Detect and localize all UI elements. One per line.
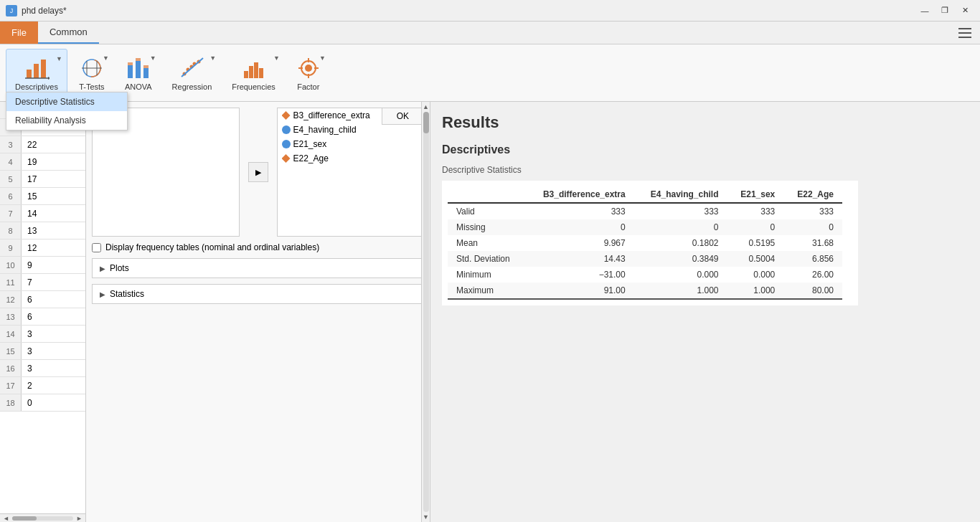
cell-e22-valid: 333 — [783, 203, 842, 219]
cell-e21-min: 0.000 — [727, 267, 783, 283]
cell-e21-missing: 0 — [727, 219, 783, 235]
data-panel: 2 29 3 22 4 19 5 17 6 15 7 14 — [0, 102, 86, 522]
toolbar-regression[interactable]: Regression ▼ — [164, 49, 221, 98]
list-item: 10 9 — [0, 257, 85, 274]
scroll-left-arrow[interactable]: ◄ — [3, 515, 9, 522]
factor-icon — [296, 55, 321, 81]
ttests-label: T-Tests — [79, 82, 104, 91]
col-header-e21: E21_sex — [727, 186, 783, 203]
frequency-tables-label[interactable]: Display frequency tables (nominal and or… — [105, 242, 319, 252]
ordinal-icon-e21 — [282, 140, 291, 148]
regression-icon — [179, 55, 204, 81]
toolbar-descriptives[interactable]: Descriptives ▼ — [6, 49, 67, 98]
svg-rect-16 — [128, 62, 133, 65]
cell-b3-min: −31.00 — [525, 267, 634, 283]
frequencies-dropdown-arrow: ▼ — [273, 54, 280, 62]
descriptives-dropdown-menu: Descriptive Statistics Reliability Analy… — [6, 92, 128, 130]
list-item: 4 19 — [0, 153, 85, 171]
col-header-label — [448, 186, 525, 203]
table-header-row: B3_difference_extra E4_having_child E21_… — [448, 186, 842, 203]
close-button[interactable]: ✕ — [956, 4, 974, 18]
var-item-e4[interactable]: E4_having_child — [278, 123, 424, 137]
toolbar-frequencies[interactable]: Frequencies ▼ — [223, 49, 284, 98]
statistics-label: Statistics — [110, 289, 144, 299]
cell-e4-valid: 333 — [634, 203, 727, 219]
hamburger-icon[interactable] — [950, 22, 980, 44]
svg-rect-17 — [136, 58, 141, 61]
scroll-thumb-v — [423, 112, 429, 133]
cell-b3-mean: 9.967 — [525, 235, 634, 251]
file-menu[interactable]: File — [0, 22, 38, 44]
list-item: 5 17 — [0, 171, 85, 188]
toolbar-ttests[interactable]: T-Tests ▼ — [70, 49, 113, 98]
cell-e22-min: 26.00 — [783, 267, 842, 283]
scroll-up-arrow[interactable]: ▲ — [423, 103, 429, 110]
move-to-selected-button[interactable]: ▶ — [248, 162, 268, 182]
titlebar-left: J phd delays* — [6, 5, 67, 16]
cell-b3-stddev: 14.43 — [525, 251, 634, 267]
svg-rect-15 — [143, 68, 149, 78]
list-item: 13 6 — [0, 308, 85, 326]
maximize-button[interactable]: ❐ — [936, 4, 954, 18]
var-item-e22[interactable]: E22_Age — [278, 151, 424, 166]
var-name-b3: B3_difference_extra — [293, 110, 370, 120]
svg-rect-14 — [136, 61, 141, 78]
cell-e4-stddev: 0.3849 — [634, 251, 727, 267]
table-row: Maximum 91.00 1.000 1.000 80.00 — [448, 283, 842, 299]
anova-label: ANOVA — [125, 82, 152, 91]
row-label-valid: Valid — [448, 203, 525, 219]
descriptive-stats-table: B3_difference_extra E4_having_child E21_… — [448, 186, 842, 300]
statistics-header[interactable]: ▶ Statistics — [93, 285, 423, 303]
frequencies-icon — [241, 55, 267, 81]
cell-e21-valid: 333 — [727, 203, 783, 219]
cell-e4-missing: 0 — [634, 219, 727, 235]
list-item: 18 0 — [0, 394, 85, 412]
toolbar-factor[interactable]: Factor ▼ — [287, 49, 330, 98]
regression-label: Regression — [172, 82, 212, 91]
svg-rect-5 — [41, 60, 46, 78]
main-layout: 2 29 3 22 4 19 5 17 6 15 7 14 — [0, 102, 980, 522]
frequency-tables-checkbox[interactable] — [92, 243, 101, 252]
titlebar: J phd delays* — ❐ ✕ — [0, 0, 980, 22]
scroll-track-v — [423, 112, 429, 512]
statistics-section: ▶ Statistics — [92, 284, 424, 304]
var-item-e21[interactable]: E21_sex — [278, 137, 424, 151]
list-item: 12 6 — [0, 291, 85, 308]
vertical-scrollbar[interactable]: ▲ ▼ — [421, 102, 430, 522]
svg-rect-4 — [34, 64, 39, 78]
window-title: phd delays* — [22, 6, 67, 16]
list-item: 9 12 — [0, 239, 85, 257]
row-label-min: Minimum — [448, 267, 525, 283]
row-label-max: Maximum — [448, 283, 525, 299]
svg-rect-27 — [254, 62, 258, 78]
cell-b3-valid: 333 — [525, 203, 634, 219]
cell-e22-mean: 31.68 — [783, 235, 842, 251]
var-name-e4: E4_having_child — [293, 125, 357, 135]
row-label-stddev: Std. Deviation — [448, 251, 525, 267]
cell-e4-max: 1.000 — [634, 283, 727, 299]
descriptives-dropdown-arrow: ▼ — [56, 55, 62, 62]
common-menu[interactable]: Common — [38, 22, 99, 44]
list-item: 8 13 — [0, 222, 85, 239]
scroll-right-arrow[interactable]: ► — [76, 515, 83, 522]
cell-b3-max: 91.00 — [525, 283, 634, 299]
ok-button[interactable]: OK — [382, 108, 424, 125]
dropdown-descriptive-statistics[interactable]: Descriptive Statistics — [6, 92, 127, 111]
anova-dropdown-arrow: ▼ — [150, 54, 156, 62]
scroll-down-arrow[interactable]: ▼ — [423, 513, 429, 521]
results-title: Results — [442, 113, 969, 132]
stats-table-container: B3_difference_extra E4_having_child E21_… — [442, 181, 858, 305]
selected-variables-list[interactable]: B3_difference_extra E4_having_child E21_… — [277, 108, 425, 237]
menubar: File Common — [0, 22, 980, 44]
list-item: 15 3 — [0, 343, 85, 360]
arrow-btn-area: ▶ — [245, 108, 271, 237]
horizontal-scrollbar[interactable]: ◄ ► — [0, 513, 85, 522]
plots-header[interactable]: ▶ Plots — [93, 259, 423, 277]
toolbar-anova[interactable]: ANOVA ▼ — [116, 49, 161, 98]
minimize-button[interactable]: — — [915, 4, 934, 18]
dropdown-reliability-analysis[interactable]: Reliability Analysis — [6, 111, 127, 130]
var-name-e22: E22_Age — [293, 153, 329, 163]
list-item: 7 14 — [0, 205, 85, 222]
regression-dropdown-arrow: ▼ — [209, 54, 216, 62]
results-section-title: Descriptives — [442, 143, 969, 156]
